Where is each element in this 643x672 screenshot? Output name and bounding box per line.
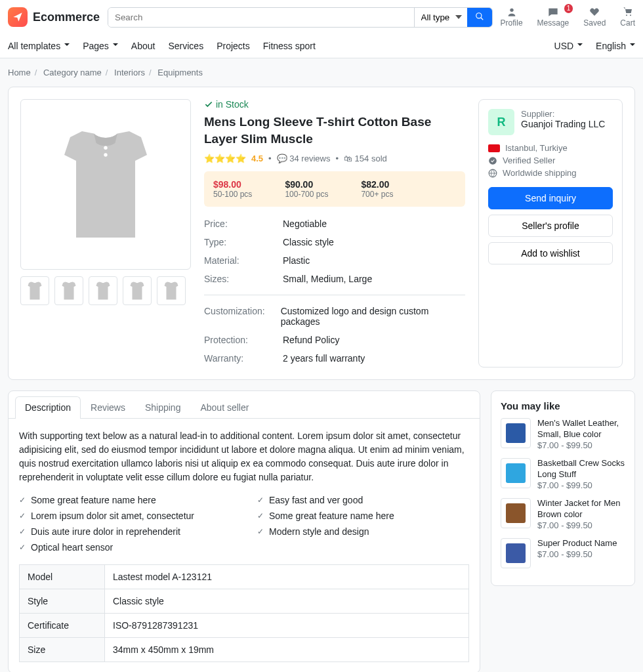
product-title: Mens Long Sleeve T-shirt Cotton Base Lay… <box>204 114 465 147</box>
nav-pages[interactable]: Pages <box>83 41 118 51</box>
sidebar-product[interactable]: Basketball Crew Socks Long Stuff$7.00 - … <box>501 458 625 490</box>
spec-row: Sizes:Small, Medium, Large <box>204 270 465 288</box>
svg-point-5 <box>104 146 107 150</box>
supplier-name: Guanjoi Trading LLC <box>521 119 605 129</box>
svg-point-3 <box>626 14 627 16</box>
breadcrumb: Home/ Category name/ Interiors/ Equipmen… <box>8 58 635 87</box>
thumbnail[interactable] <box>157 276 186 305</box>
tab-description[interactable]: Description <box>15 396 81 419</box>
svg-rect-9 <box>506 423 526 443</box>
brand[interactable]: Ecommerce <box>8 7 100 27</box>
price-tier: $82.00700+ pcs <box>361 179 393 199</box>
spec-row: Warranty:2 years full warranty <box>204 349 465 368</box>
currency-select[interactable]: USD <box>554 41 583 51</box>
svg-point-6 <box>104 153 107 156</box>
search-type-select[interactable]: All type <box>414 8 467 27</box>
reviews-link[interactable]: 💬 34 reviews <box>277 154 331 163</box>
spec-row: Protection:Refund Policy <box>204 331 465 349</box>
message-badge: 1 <box>564 4 573 13</box>
stock-status: in Stock <box>204 99 465 110</box>
rating-value: 4.5 <box>251 154 263 163</box>
feature-item: Easy fast and ver good <box>257 492 469 508</box>
crumb-current: Equipments <box>157 68 203 77</box>
product-meta: ⭐⭐⭐⭐ 4.5 • 💬 34 reviews • 🛍 154 sold <box>204 154 465 163</box>
spec-table-row: StyleClassic style <box>20 589 469 614</box>
spec-row: Price:Negotiable <box>204 215 465 233</box>
feature-item: Some great feature name here <box>257 508 469 524</box>
spec-table-row: Size34mm x 450mm x 19mm <box>20 638 469 662</box>
tab-about-seller[interactable]: About seller <box>190 396 259 418</box>
supplier-label: Supplier: <box>521 109 605 119</box>
sidebar-product[interactable]: Winter Jacket for Men Brown color$7.00 -… <box>501 498 625 530</box>
svg-rect-11 <box>506 503 526 523</box>
supplier-avatar: R <box>488 109 514 135</box>
spec-table-row: CertificateISO-8791287391231 <box>20 614 469 638</box>
search-button[interactable] <box>467 8 492 27</box>
crumb-home[interactable]: Home <box>8 68 31 77</box>
feature-item: Lorem ipsum dolor sit amet, consectetur <box>19 508 231 524</box>
crumb-interiors[interactable]: Interiors <box>114 68 145 77</box>
svg-rect-10 <box>506 463 526 483</box>
sold-count: 🛍 154 sold <box>344 154 387 163</box>
description-text: With supporting text below as a natural … <box>19 429 469 484</box>
star-icon: ⭐⭐⭐⭐ <box>204 154 246 163</box>
spec-table-row: ModelLastest model A-123121 <box>20 565 469 589</box>
nav-all-templates[interactable]: All templates <box>8 41 70 51</box>
svg-rect-12 <box>506 543 526 563</box>
nav-services[interactable]: Services <box>168 41 203 51</box>
supplier-verified: Verified Seller <box>488 156 613 165</box>
nav-projects[interactable]: Projects <box>217 41 250 51</box>
feature-item: Duis aute irure dolor in reprehenderit <box>19 524 231 539</box>
thumbnail[interactable] <box>54 276 83 305</box>
thumbnail[interactable] <box>123 276 152 305</box>
brand-text: Ecommerce <box>33 10 100 24</box>
spec-row: Type:Classic style <box>204 233 465 251</box>
nav-about[interactable]: About <box>131 41 156 51</box>
search-input[interactable] <box>108 8 414 27</box>
svg-point-4 <box>630 14 631 16</box>
profile-link[interactable]: Profile <box>501 7 523 28</box>
supplier-shipping: Worldwide shipping <box>488 168 613 178</box>
seller-profile-button[interactable]: Seller's profile <box>488 215 613 237</box>
supplier-location: Istanbul, Turkiye <box>488 143 613 153</box>
sidebar-product[interactable]: Men's Wallet Leather, Small, Blue color$… <box>501 418 625 450</box>
tab-reviews[interactable]: Reviews <box>81 396 135 418</box>
add-wishlist-button[interactable]: Add to wishlist <box>488 242 613 264</box>
cart-link[interactable]: Cart <box>620 7 635 28</box>
feature-item: Some great feature name here <box>19 492 231 508</box>
flag-icon <box>488 144 500 152</box>
price-tier: $98.0050-100 pcs <box>213 179 252 199</box>
search-group: All type <box>108 7 493 28</box>
send-inquiry-button[interactable]: Send inquiry <box>488 187 613 209</box>
price-tier: $90.00100-700 pcs <box>285 179 328 199</box>
spec-row: Material:Plastic <box>204 251 465 270</box>
brand-logo-icon <box>8 7 28 27</box>
thumbnail[interactable] <box>89 276 117 305</box>
crumb-category[interactable]: Category name <box>43 68 102 77</box>
tab-shipping[interactable]: Shipping <box>135 396 191 418</box>
spec-row: Customization:Customized logo and design… <box>204 302 465 331</box>
message-link[interactable]: 1Message <box>537 7 570 28</box>
sidebar-product[interactable]: Super Product Name$7.00 - $99.50 <box>501 538 625 568</box>
feature-item: Optical heart sensor <box>19 539 231 555</box>
thumbnail[interactable] <box>20 276 49 305</box>
svg-point-2 <box>510 9 513 12</box>
nav-fitness[interactable]: Fitness sport <box>263 41 316 51</box>
product-main-image <box>20 99 191 270</box>
svg-line-1 <box>480 17 483 20</box>
svg-point-0 <box>476 12 481 18</box>
language-select[interactable]: English <box>596 41 635 51</box>
feature-item: Modern style and design <box>257 524 469 539</box>
saved-link[interactable]: Saved <box>583 7 606 28</box>
sidebar-title: You may like <box>501 400 625 411</box>
svg-point-7 <box>489 157 497 165</box>
